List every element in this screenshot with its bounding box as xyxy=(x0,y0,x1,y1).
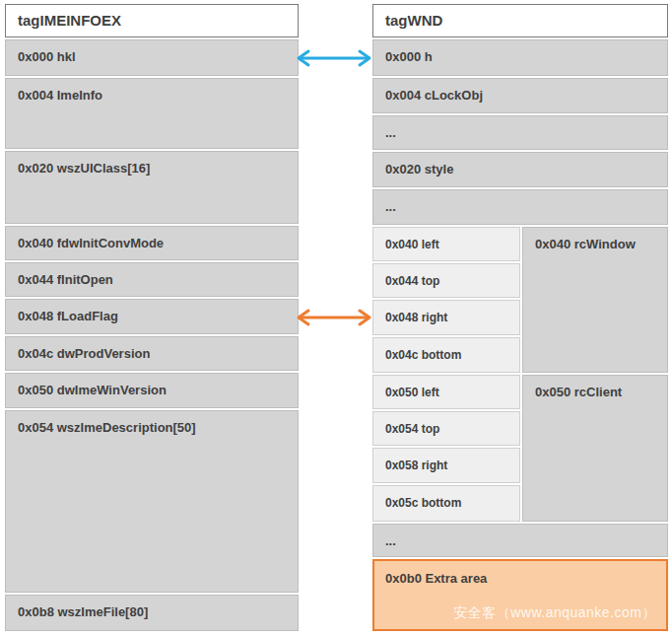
anquanke-watermark: 安全客（www.anquanke.com） xyxy=(453,604,656,622)
imeinfoex-field-imeinfo: 0x004 ImeInfo xyxy=(5,78,299,149)
rcclient-field-left: 0x050 left xyxy=(372,375,520,409)
tagwnd-ellipsis-row-3: ... xyxy=(372,524,668,557)
tagwnd-table-title: tagWND xyxy=(372,4,668,37)
tagwnd-ellipsis-row-1: ... xyxy=(372,115,668,150)
rcclient-field-top: 0x054 top xyxy=(372,411,520,446)
extra-area-label: 0x0b0 Extra area xyxy=(374,561,666,586)
imeinfoex-field-floadflag: 0x048 fLoadFlag xyxy=(5,299,299,334)
imeinfoex-field-dwprodversion: 0x04c dwProdVersion xyxy=(5,336,299,371)
memory-layout-diagram: tagIMEINFOEX 0x000 hkl 0x004 ImeInfo 0x0… xyxy=(0,0,672,636)
rcclient-field-bottom: 0x05c bottom xyxy=(372,485,520,522)
rcwindow-field-left: 0x040 left xyxy=(372,227,520,261)
imeinfoex-field-fdwinitconvmode: 0x040 fdwInitConvMode xyxy=(5,226,299,260)
imeinfoex-field-wszuiclass: 0x020 wszUIClass[16] xyxy=(5,151,299,224)
imeinfoex-table-title: tagIMEINFOEX xyxy=(5,4,299,37)
link-arrow-hkl-h xyxy=(294,48,374,68)
tagwnd-field-h: 0x000 h xyxy=(372,39,668,76)
imeinfoex-field-wszimedescription: 0x054 wszImeDescription[50] xyxy=(5,410,299,593)
imeinfoex-field-wszimefile: 0x0b8 wszImeFile[80] xyxy=(5,595,299,631)
imeinfoex-field-dwimewinversion: 0x050 dwImeWinVersion xyxy=(5,373,299,408)
tagwnd-field-rcwindow: 0x040 rcWindow xyxy=(522,227,668,373)
rcclient-field-right: 0x058 right xyxy=(372,448,520,483)
imeinfoex-field-finitopen: 0x044 fInitOpen xyxy=(5,262,299,297)
tagwnd-ellipsis-row-2: ... xyxy=(372,189,668,225)
tagwnd-field-style: 0x020 style xyxy=(372,152,668,187)
tagwnd-field-clockobj: 0x004 cLockObj xyxy=(372,78,668,113)
link-arrow-floadflag-right xyxy=(294,308,374,327)
tagwnd-field-rcclient: 0x050 rcClient xyxy=(522,375,668,522)
rcwindow-field-top: 0x044 top xyxy=(372,263,520,298)
imeinfoex-field-hkl: 0x000 hkl xyxy=(5,39,299,76)
rcwindow-field-bottom: 0x04c bottom xyxy=(372,337,520,373)
tagwnd-extra-area: 0x0b0 Extra area 安全客（www.anquanke.com） xyxy=(372,559,668,631)
rcwindow-field-right: 0x048 right xyxy=(372,300,520,335)
